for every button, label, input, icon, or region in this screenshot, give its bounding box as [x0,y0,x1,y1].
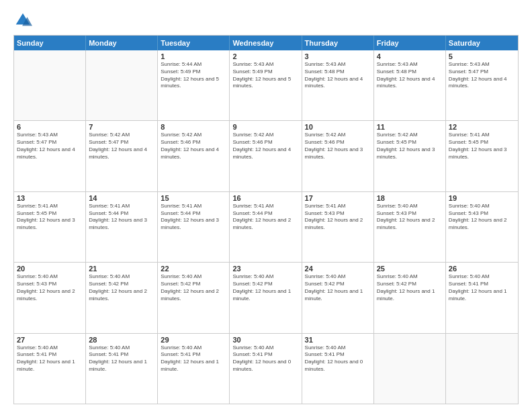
day-number: 27 [17,336,83,344]
calendar-cell: 19Sunrise: 5:40 AM Sunset: 5:43 PM Dayli… [446,192,518,262]
day-number: 4 [377,52,443,60]
day-number: 15 [161,194,226,202]
cell-info: Sunrise: 5:43 AM Sunset: 5:48 PM Dayligh… [305,61,371,90]
cell-info: Sunrise: 5:42 AM Sunset: 5:46 PM Dayligh… [305,132,371,161]
calendar-cell: 20Sunrise: 5:40 AM Sunset: 5:43 PM Dayli… [14,263,86,332]
day-number: 3 [305,52,371,60]
calendar-cell: 11Sunrise: 5:42 AM Sunset: 5:45 PM Dayli… [374,121,446,191]
day-number: 29 [161,336,226,344]
day-number: 28 [89,336,154,344]
calendar-cell: 10Sunrise: 5:42 AM Sunset: 5:46 PM Dayli… [302,121,374,191]
calendar-cell [446,334,518,404]
cell-info: Sunrise: 5:40 AM Sunset: 5:41 PM Dayligh… [449,273,515,302]
calendar-cell: 23Sunrise: 5:40 AM Sunset: 5:42 PM Dayli… [230,263,302,332]
calendar-cell: 1Sunrise: 5:44 AM Sunset: 5:49 PM Daylig… [158,50,230,120]
cell-info: Sunrise: 5:40 AM Sunset: 5:42 PM Dayligh… [161,273,226,302]
day-number: 23 [232,265,298,273]
calendar-cell: 17Sunrise: 5:41 AM Sunset: 5:43 PM Dayli… [302,192,374,262]
day-number: 24 [305,265,371,273]
day-number: 14 [89,194,154,202]
day-number: 20 [17,265,83,273]
cell-info: Sunrise: 5:42 AM Sunset: 5:46 PM Dayligh… [161,132,226,161]
calendar-cell: 30Sunrise: 5:40 AM Sunset: 5:41 PM Dayli… [230,334,302,404]
day-number: 26 [449,265,515,273]
calendar-cell: 25Sunrise: 5:40 AM Sunset: 5:42 PM Dayli… [374,263,446,332]
col-header-monday: Monday [86,36,158,50]
calendar-cell [374,334,446,404]
calendar-cell: 9Sunrise: 5:42 AM Sunset: 5:46 PM Daylig… [230,121,302,191]
calendar-cell: 18Sunrise: 5:40 AM Sunset: 5:43 PM Dayli… [374,192,446,262]
cell-info: Sunrise: 5:43 AM Sunset: 5:47 PM Dayligh… [17,132,83,161]
day-number: 12 [449,123,515,131]
calendar-week-1: 1Sunrise: 5:44 AM Sunset: 5:49 PM Daylig… [14,50,518,120]
calendar-cell: 28Sunrise: 5:40 AM Sunset: 5:41 PM Dayli… [86,334,158,404]
cell-info: Sunrise: 5:40 AM Sunset: 5:43 PM Dayligh… [17,273,83,302]
calendar-cell: 7Sunrise: 5:42 AM Sunset: 5:47 PM Daylig… [86,121,158,191]
calendar-cell: 5Sunrise: 5:43 AM Sunset: 5:47 PM Daylig… [446,50,518,120]
day-number: 2 [232,52,298,60]
cell-info: Sunrise: 5:40 AM Sunset: 5:43 PM Dayligh… [377,203,443,232]
calendar-cell: 3Sunrise: 5:43 AM Sunset: 5:48 PM Daylig… [302,50,374,120]
calendar-cell [14,50,86,120]
calendar-cell: 16Sunrise: 5:41 AM Sunset: 5:44 PM Dayli… [230,192,302,262]
cell-info: Sunrise: 5:42 AM Sunset: 5:46 PM Dayligh… [232,132,298,161]
calendar: SundayMondayTuesdayWednesdayThursdayFrid… [13,35,519,404]
day-number: 13 [17,194,83,202]
logo-icon [13,11,32,30]
cell-info: Sunrise: 5:40 AM Sunset: 5:42 PM Dayligh… [89,273,154,302]
day-number: 8 [161,123,226,131]
col-header-wednesday: Wednesday [230,36,302,50]
day-number: 25 [377,265,443,273]
day-number: 31 [305,336,371,344]
calendar-week-3: 13Sunrise: 5:41 AM Sunset: 5:45 PM Dayli… [14,191,518,262]
header [13,11,519,30]
calendar-cell: 21Sunrise: 5:40 AM Sunset: 5:42 PM Dayli… [86,263,158,332]
day-number: 9 [232,123,298,131]
cell-info: Sunrise: 5:40 AM Sunset: 5:41 PM Dayligh… [232,345,298,373]
day-number: 16 [232,194,298,202]
cell-info: Sunrise: 5:43 AM Sunset: 5:49 PM Dayligh… [232,61,298,90]
day-number: 18 [377,194,443,202]
day-number: 22 [161,265,226,273]
cell-info: Sunrise: 5:43 AM Sunset: 5:48 PM Dayligh… [377,61,443,90]
calendar-cell: 26Sunrise: 5:40 AM Sunset: 5:41 PM Dayli… [446,263,518,332]
calendar-cell: 22Sunrise: 5:40 AM Sunset: 5:42 PM Dayli… [158,263,230,332]
calendar-cell: 6Sunrise: 5:43 AM Sunset: 5:47 PM Daylig… [14,121,86,191]
col-header-tuesday: Tuesday [158,36,230,50]
calendar-week-2: 6Sunrise: 5:43 AM Sunset: 5:47 PM Daylig… [14,120,518,191]
cell-info: Sunrise: 5:40 AM Sunset: 5:42 PM Dayligh… [305,273,371,302]
page: SundayMondayTuesdayWednesdayThursdayFrid… [0,0,532,411]
cell-info: Sunrise: 5:40 AM Sunset: 5:42 PM Dayligh… [377,273,443,302]
calendar-body: 1Sunrise: 5:44 AM Sunset: 5:49 PM Daylig… [14,50,518,404]
day-number: 19 [449,194,515,202]
calendar-cell: 8Sunrise: 5:42 AM Sunset: 5:46 PM Daylig… [158,121,230,191]
calendar-cell: 15Sunrise: 5:41 AM Sunset: 5:44 PM Dayli… [158,192,230,262]
cell-info: Sunrise: 5:41 AM Sunset: 5:44 PM Dayligh… [89,203,154,232]
cell-info: Sunrise: 5:41 AM Sunset: 5:45 PM Dayligh… [17,203,83,232]
cell-info: Sunrise: 5:41 AM Sunset: 5:44 PM Dayligh… [232,203,298,232]
cell-info: Sunrise: 5:44 AM Sunset: 5:49 PM Dayligh… [161,61,226,90]
col-header-thursday: Thursday [302,36,374,50]
calendar-cell: 12Sunrise: 5:41 AM Sunset: 5:45 PM Dayli… [446,121,518,191]
calendar-cell: 4Sunrise: 5:43 AM Sunset: 5:48 PM Daylig… [374,50,446,120]
calendar-cell: 27Sunrise: 5:40 AM Sunset: 5:41 PM Dayli… [14,334,86,404]
cell-info: Sunrise: 5:42 AM Sunset: 5:47 PM Dayligh… [89,132,154,161]
cell-info: Sunrise: 5:41 AM Sunset: 5:45 PM Dayligh… [449,132,515,161]
logo [13,11,36,30]
day-number: 6 [17,123,83,131]
cell-info: Sunrise: 5:41 AM Sunset: 5:43 PM Dayligh… [305,203,371,232]
day-number: 10 [305,123,371,131]
calendar-week-4: 20Sunrise: 5:40 AM Sunset: 5:43 PM Dayli… [14,262,518,332]
day-number: 5 [449,52,515,60]
day-number: 30 [232,336,298,344]
calendar-week-5: 27Sunrise: 5:40 AM Sunset: 5:41 PM Dayli… [14,333,518,404]
col-header-friday: Friday [374,36,446,50]
day-number: 17 [305,194,371,202]
calendar-header-row: SundayMondayTuesdayWednesdayThursdayFrid… [14,36,518,50]
calendar-cell: 14Sunrise: 5:41 AM Sunset: 5:44 PM Dayli… [86,192,158,262]
day-number: 1 [161,52,226,60]
calendar-cell: 13Sunrise: 5:41 AM Sunset: 5:45 PM Dayli… [14,192,86,262]
col-header-saturday: Saturday [446,36,518,50]
cell-info: Sunrise: 5:42 AM Sunset: 5:45 PM Dayligh… [377,132,443,161]
cell-info: Sunrise: 5:40 AM Sunset: 5:42 PM Dayligh… [232,273,298,302]
